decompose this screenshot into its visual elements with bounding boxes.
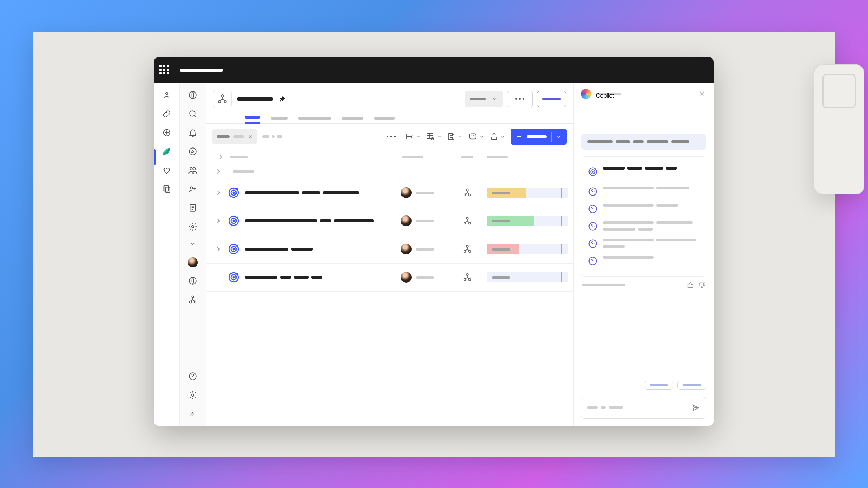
filter-chip[interactable]: All teams (212, 129, 257, 144)
sidebar-search-icon[interactable] (187, 108, 198, 119)
row-caret-icon[interactable] (214, 217, 222, 225)
svg-point-0 (165, 92, 168, 94)
gauge-icon (588, 256, 598, 266)
send-icon[interactable] (692, 403, 700, 412)
owner-name (416, 192, 434, 194)
column-headers (206, 150, 573, 164)
sidebar-globe2-icon[interactable] (187, 275, 198, 286)
reply-item (588, 218, 699, 235)
app-name: Viva Goals (180, 69, 223, 72)
svg-point-8 (193, 167, 196, 170)
rail-heart-icon[interactable] (161, 165, 172, 176)
tab-updates[interactable] (374, 117, 395, 123)
tab-okrs[interactable] (245, 116, 260, 124)
sidebar-compass-icon[interactable] (187, 146, 198, 157)
owner-avatar[interactable] (401, 244, 412, 254)
svg-point-6 (189, 148, 196, 155)
toolbar-save[interactable] (447, 132, 463, 141)
more-actions-button[interactable] (507, 91, 533, 107)
owner-avatar[interactable] (401, 215, 412, 226)
sidebar-owners-icon[interactable] (187, 184, 198, 194)
team-icon[interactable] (463, 188, 472, 197)
rail-leaf-icon[interactable] (161, 146, 172, 157)
svg-point-32 (233, 220, 234, 222)
rail-people-icon[interactable] (161, 90, 172, 100)
toolbar-copilot[interactable] (468, 132, 485, 141)
sidebar-settings2-icon[interactable] (187, 390, 198, 401)
goal-icon (227, 271, 240, 283)
okr-row[interactable] (206, 235, 573, 264)
sidebar-globe-icon[interactable] (187, 90, 198, 100)
sidebar-page-icon[interactable] (187, 202, 198, 213)
new-okr-button[interactable]: New OKR (511, 129, 567, 145)
group-caret-icon[interactable] (214, 167, 222, 175)
team-icon[interactable] (463, 273, 472, 282)
thumbs-up-icon[interactable] (687, 282, 694, 289)
filter-chip-close-icon[interactable] (248, 134, 253, 139)
tab-dashboards[interactable] (298, 117, 331, 123)
sidebar-settings-icon[interactable] (187, 221, 198, 232)
rail-sparkle-icon[interactable] (161, 127, 172, 138)
toolbar-share[interactable] (490, 132, 506, 141)
svg-point-9 (191, 187, 193, 189)
progress-pill[interactable] (487, 272, 568, 282)
decorative-card (814, 64, 864, 194)
expand-all-icon[interactable] (217, 153, 225, 161)
main-panel: Team OKRs Q2 FY24 (206, 83, 573, 426)
copilot-close-icon[interactable] (698, 90, 706, 98)
sidebar-collapse-icon[interactable] (187, 408, 198, 419)
thumbs-down-icon[interactable] (698, 282, 706, 289)
target-icon (588, 167, 598, 177)
svg-point-45 (466, 274, 468, 275)
suggestion-chip-1[interactable]: Explain (644, 381, 673, 390)
owner-avatar[interactable] (401, 272, 412, 283)
group-header-row[interactable] (206, 164, 573, 179)
reply-item (588, 183, 699, 200)
sidebar-help-icon[interactable] (187, 371, 198, 382)
progress-pill[interactable] (487, 188, 568, 198)
toolbar-grid-settings[interactable] (426, 132, 442, 141)
row-title (245, 276, 397, 279)
suggestion-chip-2[interactable]: Next steps (677, 381, 706, 390)
copilot-toggle-button[interactable]: Copilot (537, 91, 566, 107)
row-caret-icon[interactable] (214, 189, 222, 197)
svg-point-13 (192, 296, 193, 297)
okr-row[interactable] (206, 179, 573, 207)
tab-projects[interactable] (271, 117, 288, 123)
period-filter-button[interactable]: Q2 FY24 (465, 91, 503, 107)
pin-icon[interactable] (278, 95, 286, 103)
progress-pill[interactable] (487, 216, 568, 226)
copilot-suggestions: Explain Next steps (574, 359, 714, 393)
sidebar-user-avatar[interactable] (188, 257, 198, 267)
toolbar-insert[interactable] (405, 132, 421, 141)
sidebar-org-icon[interactable] (187, 294, 198, 305)
rail-active-indicator (154, 149, 156, 165)
copilot-title: Copilot (596, 93, 621, 95)
app-launcher-icon[interactable] (159, 65, 170, 75)
tab-explorer[interactable] (342, 117, 363, 123)
copilot-composer[interactable] (581, 397, 706, 419)
goal-icon (227, 187, 240, 199)
app-rail (154, 83, 180, 426)
svg-point-33 (466, 217, 468, 219)
rail-copy-icon[interactable] (161, 184, 172, 194)
okr-row[interactable] (206, 207, 573, 235)
sidebar-team-icon[interactable] (187, 165, 198, 176)
goal-icon (227, 243, 240, 255)
goal-icon (227, 215, 240, 227)
progress-pill[interactable] (487, 244, 568, 254)
owner-avatar[interactable] (401, 187, 412, 198)
gauge-icon (588, 187, 598, 197)
sidebar-bell-icon[interactable] (187, 127, 198, 138)
row-caret-icon[interactable] (214, 245, 222, 253)
team-icon[interactable] (463, 244, 472, 254)
rail-link-icon[interactable] (161, 108, 172, 119)
toolbar-more[interactable] (382, 136, 400, 137)
okr-row[interactable] (206, 264, 573, 292)
sidebar-expand-toggle[interactable] (189, 240, 196, 247)
reply-item (588, 252, 699, 270)
gauge-icon (588, 204, 598, 214)
page-icon-org (213, 90, 232, 108)
team-icon[interactable] (463, 216, 472, 226)
page-header: Team OKRs Q2 FY24 (206, 83, 573, 108)
